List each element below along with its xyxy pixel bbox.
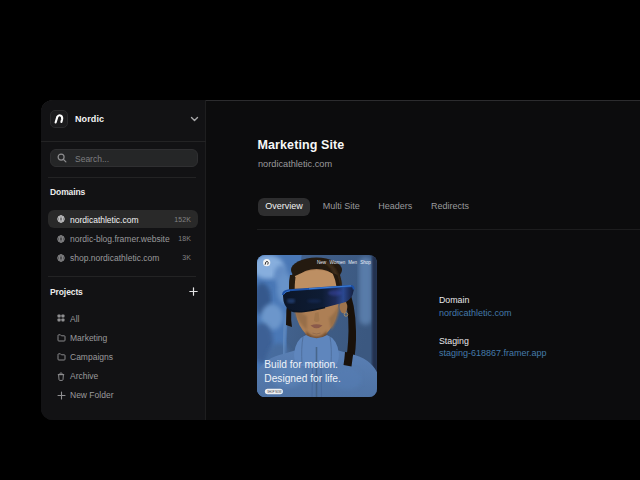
svg-text:SHOP NOW: SHOP NOW — [267, 389, 282, 393]
svg-text:Build for motion.: Build for motion. — [264, 359, 338, 370]
svg-text:Shop: Shop — [360, 260, 371, 265]
svg-text:Men: Men — [348, 260, 357, 265]
svg-text:New: New — [317, 260, 327, 265]
svg-text:Designed for life.: Designed for life. — [264, 372, 340, 383]
svg-text:Women: Women — [329, 260, 345, 265]
